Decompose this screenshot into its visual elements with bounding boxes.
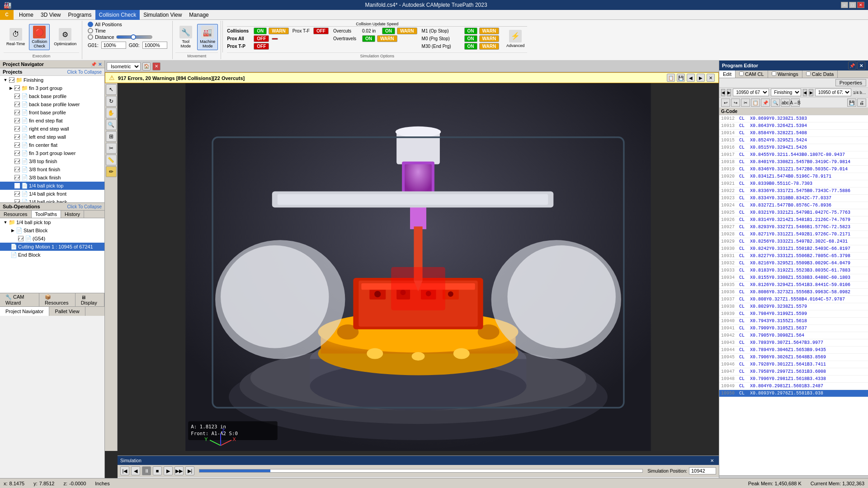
gcode-row[interactable]: 10919CLX0.8346Y0.3312Z1.5472B0.5035C-79.… bbox=[719, 166, 868, 173]
tb-search-btn[interactable]: 🔍 bbox=[771, 99, 780, 107]
gcode-row[interactable]: 10912CLX0.8699Y0.3238Z1.5383 bbox=[719, 115, 868, 122]
project-navigator-tab[interactable]: Project Navigator bbox=[0, 307, 49, 316]
project-navigator-header[interactable]: Project Navigator 📌 ✕ bbox=[0, 61, 104, 68]
menu-collision-check[interactable]: Collision Check bbox=[95, 10, 140, 20]
m30-warn[interactable]: WARN bbox=[479, 43, 500, 50]
gcode-row[interactable]: 10937CLX0.808Y0.327Z1.5558B4.0164C-57.97… bbox=[719, 296, 868, 303]
gcode-row[interactable]: 10936CLX0.8086Y0.3273Z1.5556B3.9963C-58.… bbox=[719, 289, 868, 296]
38backfinish-cb[interactable]: ✓ bbox=[14, 175, 20, 180]
g00-input[interactable] bbox=[142, 42, 167, 49]
gcode-row[interactable]: 10946CLX0.7928Y0.3012Z1.5641B3.7411 bbox=[719, 361, 868, 368]
fin3portgroup-toggle[interactable]: ▶ bbox=[8, 85, 14, 91]
overtravels-warn[interactable]: WARN bbox=[377, 35, 397, 42]
collisions-warn[interactable]: WARN bbox=[269, 28, 289, 34]
calcdata-tab[interactable]: Calc Data bbox=[802, 70, 838, 78]
gcode-row[interactable]: 10927CLX0.8293Y0.3327Z1.5486B1.5776C-72.… bbox=[719, 224, 868, 231]
tb-redo-btn[interactable]: ↪ bbox=[731, 99, 740, 107]
realtime-button[interactable]: ⏱ Real-Time bbox=[4, 26, 28, 48]
m0-warn[interactable]: WARN bbox=[479, 35, 500, 42]
tree-item-frontbaseprofile[interactable]: ✓ 📄 front base profile bbox=[0, 108, 104, 117]
display-tab[interactable]: 🖥 Display bbox=[75, 293, 104, 306]
error-next-btn[interactable]: ▶ bbox=[697, 74, 705, 82]
gcode-row[interactable]: 10925CLX0.8321Y0.3321Z1.5479B1.0427C-75.… bbox=[719, 209, 868, 216]
distance-radio[interactable] bbox=[88, 34, 93, 40]
gcode-row[interactable]: 10938CLX0.8029Y0.3238Z1.5579 bbox=[719, 303, 868, 310]
tb-undo-btn[interactable]: ↩ bbox=[721, 99, 730, 107]
projects-collapse[interactable]: Click To Collapse bbox=[67, 70, 102, 75]
gcode-row[interactable]: 10944CLX0.7894Y0.3046Z1.5653B9.9435 bbox=[719, 347, 868, 354]
m30-on[interactable]: ON bbox=[464, 43, 477, 50]
leftendstepwall-cb[interactable]: ✓ bbox=[14, 134, 20, 140]
38topfinish-cb[interactable]: ✓ bbox=[14, 159, 20, 164]
nav-prev2-btn[interactable]: ◀ bbox=[803, 89, 807, 96]
menu-manage[interactable]: Manage bbox=[185, 10, 212, 20]
distance-slider[interactable] bbox=[116, 35, 152, 39]
nav-next-btn[interactable]: ▶ bbox=[727, 89, 731, 96]
gcode-row[interactable]: 10943CLX0.7893Y0.307Z1.5647B3.9977 bbox=[719, 339, 868, 347]
38frontfinish-cb[interactable]: ✓ bbox=[14, 167, 20, 172]
sim-progress-bar[interactable] bbox=[199, 469, 643, 473]
slider-thumb[interactable] bbox=[131, 34, 136, 40]
tree-item-fin3portgroup[interactable]: ▶ ✓ 📁 fin 3 port group bbox=[0, 84, 104, 92]
g01-input[interactable] bbox=[101, 42, 126, 49]
tree-item-38backfinish[interactable]: ✓ 📄 3/8 back finish bbox=[0, 174, 104, 182]
proxtp-off[interactable]: OFF bbox=[254, 43, 269, 50]
menu-home[interactable]: Home bbox=[15, 10, 37, 20]
gcode-row[interactable]: 10915CLX0.8524Y0.3295Z1.5424 bbox=[719, 137, 868, 144]
sim-play-btn[interactable]: ▶ bbox=[164, 466, 173, 475]
camcl-tab[interactable]: CAM CL bbox=[736, 70, 768, 78]
overcuts-on[interactable]: ON bbox=[382, 28, 395, 34]
menu-programs[interactable]: Programs bbox=[64, 10, 95, 20]
op-name-select[interactable]: Finishing bbox=[771, 89, 801, 96]
history-tab[interactable]: History bbox=[61, 211, 84, 218]
camcl-checkbox[interactable] bbox=[739, 71, 744, 76]
close-button[interactable]: ✕ bbox=[857, 2, 864, 8]
error-close-btn[interactable]: ✕ bbox=[707, 74, 715, 82]
m0-on[interactable]: ON bbox=[464, 35, 477, 42]
sim-stop-btn[interactable]: ■ bbox=[153, 466, 162, 475]
menu-simulation-view[interactable]: Simulation View bbox=[140, 10, 185, 20]
tree-item-14ballpickfront[interactable]: ✓ 📄 1/4 ball pick front bbox=[0, 190, 104, 198]
overtravels-on[interactable]: ON bbox=[362, 35, 375, 42]
tb-replace-btn[interactable]: A→B bbox=[791, 99, 800, 107]
gcode-row[interactable]: 10926CLX0.8314Y0.3214Z1.5481B1.2126C-74.… bbox=[719, 216, 868, 224]
nav-prev-btn[interactable]: ◀ bbox=[721, 89, 725, 96]
tb-paste-btn[interactable]: 📌 bbox=[761, 99, 770, 107]
14ballpicktop-cb[interactable]: ✓ bbox=[14, 183, 20, 188]
tree-item-finendstepflat[interactable]: ✓ 📄 fin end step flat bbox=[0, 117, 104, 125]
tool-mode-button[interactable]: 🔧 ToolMode bbox=[175, 24, 196, 50]
gcode-row[interactable]: 10918CLX0.8401Y0.3308Z1.5457B0.3419C-79.… bbox=[719, 159, 868, 166]
tb-find-btn[interactable]: abc bbox=[781, 99, 790, 107]
error-export-btn[interactable]: 💾 bbox=[677, 74, 685, 82]
view-select[interactable]: Isometric Top Front Side bbox=[107, 62, 141, 70]
sim-prev-btn[interactable]: ◀ bbox=[131, 466, 140, 475]
fin3portgrplower-cb[interactable]: ✓ bbox=[14, 150, 20, 156]
rightendstepwall-cb[interactable]: ✓ bbox=[14, 126, 20, 131]
tree-item-leftendstepwall[interactable]: ✓ 📄 left end step wall bbox=[0, 133, 104, 141]
14ballpickfront-cb[interactable]: ✓ bbox=[14, 191, 20, 197]
gcode-row[interactable]: 10923CLX0.8334Y0.3318B0.8342C-77.0337 bbox=[719, 195, 868, 202]
resources-bottom-tab[interactable]: 📦 Resources bbox=[39, 293, 75, 306]
tree-item-finishing[interactable]: ▼ ✓ 📁 Finishing bbox=[0, 76, 104, 84]
vl-pencil-btn[interactable]: ✏ bbox=[106, 166, 117, 177]
gcode-row[interactable]: 10922CLX0.8336Y0.3317Z1.5475B0.7343C-77.… bbox=[719, 188, 868, 195]
gcode-row[interactable]: 10934CLX0.8155Y0.3308Z1.5538B3.6488C-60.… bbox=[719, 274, 868, 282]
line-count2-select[interactable]: 10950 of 67245 bbox=[815, 89, 851, 96]
advanced-button[interactable]: ⚡ Advanced bbox=[504, 28, 527, 50]
cam-wizard-tab[interactable]: 🔧 CAM Wizard bbox=[0, 293, 39, 306]
gcode-row[interactable]: 10942CLX0.7905Y0.3098Z1.564 bbox=[719, 332, 868, 339]
tb-print-btn[interactable]: 🖨 bbox=[857, 99, 866, 107]
rp-pin-btn[interactable]: 📌 bbox=[848, 61, 856, 70]
sub-g54[interactable]: ✓ 📄 (G54) bbox=[0, 235, 104, 243]
tree-item-fincenterflat[interactable]: ✓ 📄 fin center flat bbox=[0, 141, 104, 149]
fincenterflat-cb[interactable]: ✓ bbox=[14, 142, 20, 148]
view-home-btn[interactable]: 🏠 bbox=[142, 62, 151, 70]
m1-on[interactable]: ON bbox=[464, 28, 477, 34]
tree-item-backbaseprofile[interactable]: ✓ 📄 back base profile bbox=[0, 92, 104, 100]
gcode-row[interactable]: 10920CLX0.8341Z1.5474B0.5196C-78.9171 bbox=[719, 173, 868, 180]
fin3portgroup-checkbox[interactable]: ✓ bbox=[14, 85, 20, 91]
warnings-tab[interactable]: Warnings bbox=[768, 70, 802, 78]
gcode-row[interactable]: 10949CLX0.804Y0.2981Z1.5601B3.2487 bbox=[719, 383, 868, 390]
gcode-row[interactable]: 10948CLX0.7996Y0.2981Z1.5618B3.4338 bbox=[719, 375, 868, 383]
gcode-row[interactable]: 10924CLX0.8327Z1.5477B0.8576C-76.8936 bbox=[719, 202, 868, 209]
